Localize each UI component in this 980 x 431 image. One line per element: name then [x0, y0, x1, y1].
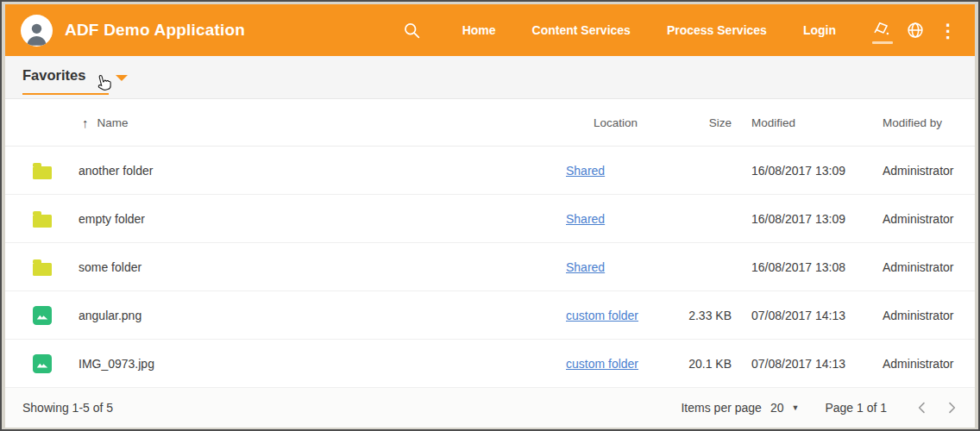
folder-icon: [33, 215, 52, 228]
view-selector[interactable]: Favorites: [22, 59, 109, 95]
image-icon: [33, 306, 52, 325]
row-name: another folder: [79, 164, 562, 178]
row-modified-by: Administrator: [870, 212, 961, 226]
more-menu-button[interactable]: ⋮: [932, 13, 964, 47]
table-body: another folder Shared 16/08/2017 13:09 A…: [5, 147, 975, 388]
table-row[interactable]: angular.png custom folder 2.33 KB 07/08/…: [5, 291, 975, 340]
column-header-location[interactable]: Location: [562, 116, 669, 129]
select-caret-icon: ▼: [791, 403, 799, 412]
row-modified: 16/08/2017 13:09: [732, 164, 870, 178]
color-underline: [872, 41, 893, 44]
app-bar: ADF Demo Application Home Content Servic…: [5, 4, 975, 56]
items-per-page-label: Items per page: [681, 401, 761, 415]
table-row[interactable]: IMG_0973.jpg custom folder 20.1 KB 07/08…: [5, 340, 975, 388]
row-name: IMG_0973.jpg: [79, 357, 562, 371]
row-name: empty folder: [79, 212, 562, 226]
more-vert-icon: ⋮: [939, 22, 958, 40]
table-row[interactable]: some folder Shared 16/08/2017 13:08 Admi…: [5, 243, 975, 291]
row-modified: 07/08/2017 14:13: [732, 357, 870, 371]
column-header-modified[interactable]: Modified: [732, 116, 870, 129]
row-name: some folder: [79, 260, 562, 274]
image-icon: [33, 354, 52, 373]
table-row[interactable]: another folder Shared 16/08/2017 13:09 A…: [5, 147, 975, 195]
row-type-icon-cell: [33, 259, 79, 276]
column-header-modified-by[interactable]: Modified by: [870, 116, 961, 129]
globe-icon: [906, 21, 925, 40]
nav-item-process-services[interactable]: Process Services: [649, 15, 785, 46]
chevron-left-icon: [915, 401, 929, 415]
color-fill-bucket-icon: [873, 21, 893, 41]
row-type-icon-cell: [33, 210, 79, 228]
row-type-icon-cell: [33, 306, 79, 325]
sort-ascending-icon: ↑: [82, 116, 89, 129]
nav-item-home[interactable]: Home: [444, 15, 514, 46]
row-location-link[interactable]: custom folder: [566, 357, 638, 371]
chevron-down-icon[interactable]: [116, 75, 128, 81]
folder-icon: [33, 263, 52, 276]
row-location-link[interactable]: Shared: [566, 164, 605, 178]
page-status-label: Page 1 of 1: [825, 401, 887, 415]
items-per-page-select[interactable]: 20 ▼: [770, 401, 800, 415]
row-size: 2.33 KB: [669, 309, 732, 322]
language-button[interactable]: [899, 13, 932, 47]
page-title: Favorites: [22, 67, 85, 83]
theme-color-button[interactable]: [866, 13, 899, 47]
row-modified-by: Administrator: [870, 357, 961, 371]
row-modified: 07/08/2017 14:13: [732, 309, 870, 322]
row-location-link[interactable]: custom folder: [566, 309, 638, 322]
table-header: ↑ Name Location Size Modified Modified b…: [5, 99, 975, 147]
nav-item-content-services[interactable]: Content Services: [514, 15, 649, 46]
items-per-page-value: 20: [770, 401, 784, 415]
column-label-name: Name: [97, 116, 129, 129]
paginator: Showing 1-5 of 5 Items per page 20 ▼ Pag…: [5, 388, 975, 428]
column-header-name[interactable]: ↑ Name: [79, 116, 562, 129]
chevron-right-icon: [945, 401, 958, 415]
row-modified-by: Administrator: [870, 260, 961, 274]
user-avatar[interactable]: [21, 15, 53, 47]
app-title: ADF Demo Application: [65, 21, 245, 40]
row-location-link[interactable]: Shared: [566, 212, 605, 226]
row-size: 20.1 KB: [669, 357, 732, 371]
row-modified: 16/08/2017 13:09: [732, 212, 870, 226]
row-name: angular.png: [79, 309, 562, 322]
search-icon: [403, 22, 421, 40]
content-header: Favorites: [5, 56, 975, 99]
row-type-icon-cell: [33, 162, 79, 179]
row-location-link[interactable]: Shared: [566, 260, 605, 274]
table-row[interactable]: empty folder Shared 16/08/2017 13:09 Adm…: [5, 195, 975, 243]
nav-item-login[interactable]: Login: [785, 15, 854, 46]
column-header-size[interactable]: Size: [669, 116, 732, 129]
main-nav: Home Content Services Process Services L…: [444, 15, 854, 46]
folder-icon: [33, 166, 52, 179]
browser-frame: ADF Demo Application Home Content Servic…: [0, 0, 980, 431]
showing-range-label: Showing 1-5 of 5: [22, 401, 113, 415]
row-modified-by: Administrator: [870, 309, 961, 322]
row-modified: 16/08/2017 13:08: [732, 260, 870, 274]
next-page-button[interactable]: [937, 393, 966, 422]
row-type-icon-cell: [33, 354, 79, 373]
row-modified-by: Administrator: [870, 164, 961, 178]
search-button[interactable]: [396, 13, 429, 47]
previous-page-button[interactable]: [908, 393, 937, 422]
adf-app: ADF Demo Application Home Content Servic…: [5, 4, 975, 428]
person-icon: [23, 20, 50, 47]
